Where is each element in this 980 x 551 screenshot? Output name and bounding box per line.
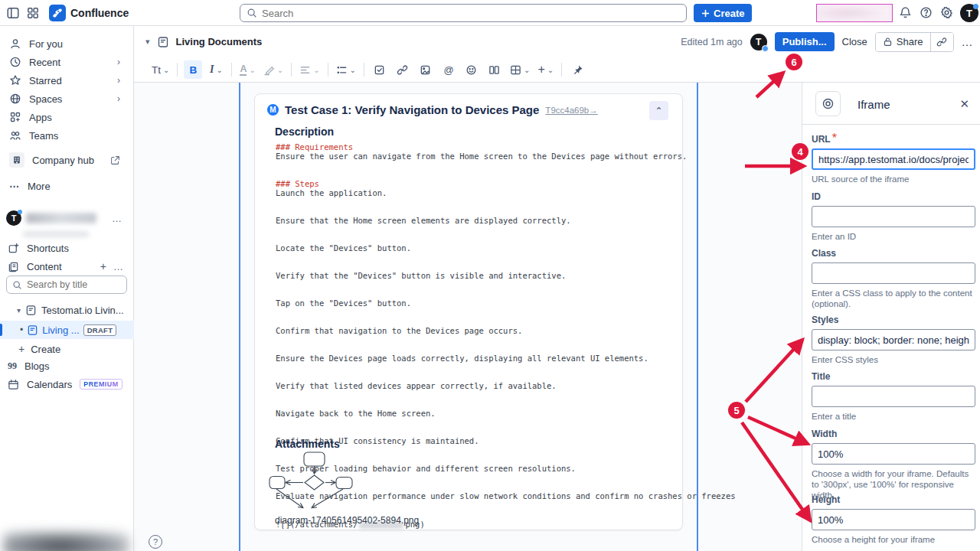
page-width-guide-right[interactable] bbox=[697, 83, 698, 551]
content-pages-icon bbox=[8, 261, 19, 272]
field-title: Title Enter a title bbox=[812, 369, 975, 422]
notifications-icon[interactable] bbox=[899, 6, 913, 20]
url-input[interactable] bbox=[812, 148, 975, 170]
mention-button[interactable]: @ bbox=[439, 60, 458, 79]
collapse-card-button[interactable]: ⌃ bbox=[649, 101, 668, 120]
text-style-button[interactable]: Tt ⌄ bbox=[150, 60, 171, 79]
tree-item-selected[interactable]: • Living ... DRAFT bbox=[0, 321, 134, 339]
styles-input[interactable] bbox=[812, 329, 975, 350]
layout-button[interactable] bbox=[485, 60, 504, 79]
doc-line: Ensure the user can navigate from the Ho… bbox=[276, 152, 674, 161]
sidebar-item-for-you[interactable]: For you bbox=[0, 34, 134, 53]
settings-gear-icon[interactable] bbox=[940, 6, 954, 20]
field-helper: Enter an ID bbox=[812, 231, 975, 242]
page-icon bbox=[25, 305, 37, 316]
text-color-button[interactable]: A ⌄ bbox=[238, 60, 256, 79]
breadcrumb[interactable]: Living Documents bbox=[176, 36, 263, 47]
checkbox-icon bbox=[374, 64, 385, 76]
emoji-button[interactable] bbox=[462, 60, 481, 79]
insert-more-button[interactable]: + ⌄ bbox=[536, 60, 555, 79]
share-button[interactable]: Share bbox=[876, 33, 930, 51]
page-icon bbox=[157, 36, 169, 48]
apps-grid-icon bbox=[9, 111, 21, 123]
field-class: Class Enter a CSS class to apply to the … bbox=[812, 246, 975, 309]
italic-button[interactable]: I ⌄ bbox=[207, 60, 225, 79]
tree-item-parent[interactable]: ▾ Testomat.io Livin... bbox=[0, 301, 134, 319]
chevron-right-icon[interactable]: › bbox=[117, 93, 120, 104]
title-search[interactable] bbox=[6, 276, 127, 294]
chevron-down-icon[interactable]: ▾ bbox=[145, 37, 150, 47]
help-icon[interactable] bbox=[920, 6, 933, 20]
class-input[interactable] bbox=[812, 262, 975, 284]
tree-create-button[interactable]: + Create bbox=[0, 341, 134, 357]
macro-icon: M bbox=[267, 104, 279, 116]
title-search-input[interactable] bbox=[27, 279, 111, 290]
sidebar-item-starred[interactable]: Starred › bbox=[0, 71, 134, 90]
chevron-right-icon[interactable]: › bbox=[117, 75, 120, 86]
search-icon bbox=[247, 8, 257, 18]
alignment-button[interactable]: ⌄ bbox=[298, 60, 321, 79]
sidebar-item-apps[interactable]: Apps bbox=[0, 108, 134, 126]
global-search-input[interactable] bbox=[262, 8, 680, 19]
bold-button[interactable]: B bbox=[184, 60, 202, 79]
sidebar-item-content[interactable]: Content + … bbox=[0, 257, 134, 276]
sidebar-item-spaces[interactable]: Spaces › bbox=[0, 90, 134, 108]
pin-toolbar-button[interactable] bbox=[568, 60, 586, 79]
premium-badge: PREMIUM bbox=[80, 379, 122, 390]
space-more-icon[interactable]: … bbox=[112, 213, 123, 224]
sidebar-item-label: More bbox=[28, 181, 51, 192]
sidebar-item-shortcuts[interactable]: Shortcuts bbox=[0, 239, 134, 257]
close-button[interactable]: Close bbox=[842, 36, 867, 47]
title-input[interactable] bbox=[812, 386, 975, 407]
list-button[interactable]: ⌄ bbox=[335, 60, 358, 79]
bold-label: B bbox=[190, 64, 198, 76]
doc-line: Confirm that navigation to the Devices p… bbox=[276, 326, 674, 335]
create-button[interactable]: Create bbox=[694, 4, 752, 22]
doc-line: Launch the application. bbox=[276, 188, 674, 197]
sidebar-item-blogs[interactable]: 99 Blogs bbox=[0, 357, 134, 375]
chevron-right-icon[interactable]: › bbox=[117, 57, 120, 67]
attachment-diagram-image[interactable] bbox=[267, 451, 368, 514]
insert-link-button[interactable] bbox=[394, 60, 412, 79]
table-button[interactable]: ⌄ bbox=[508, 60, 531, 79]
height-input[interactable] bbox=[812, 509, 975, 530]
close-panel-icon[interactable]: ✕ bbox=[959, 97, 969, 111]
help-fab-icon[interactable]: ? bbox=[149, 535, 162, 549]
task-button[interactable] bbox=[371, 60, 389, 79]
sidebar-item-more[interactable]: ⋯ More bbox=[0, 177, 134, 195]
field-label: Class bbox=[812, 248, 836, 259]
publish-button[interactable]: Publish... bbox=[775, 32, 835, 51]
user-avatar[interactable]: T bbox=[960, 4, 978, 22]
field-label: ID bbox=[812, 191, 821, 202]
sidebar-item-recent[interactable]: Recent › bbox=[0, 53, 134, 71]
chevron-down-icon: ⌄ bbox=[547, 66, 554, 74]
confluence-logo-icon[interactable] bbox=[49, 5, 66, 21]
sidebar-item-calendars[interactable]: Calendars PREMIUM bbox=[0, 375, 134, 393]
page-width-guide-left[interactable] bbox=[239, 83, 240, 551]
space-profile-row[interactable]: T … bbox=[0, 209, 134, 227]
chevron-down-icon: ⌄ bbox=[163, 66, 169, 74]
sidebar-item-label: Blogs bbox=[24, 360, 50, 372]
content-add-icon[interactable]: + bbox=[100, 260, 106, 272]
chevron-down-icon[interactable]: ▾ bbox=[17, 306, 21, 315]
columns-icon bbox=[488, 64, 500, 76]
editor-avatar[interactable]: T bbox=[750, 34, 767, 51]
chevron-down-icon: ⌄ bbox=[216, 66, 222, 74]
width-input[interactable] bbox=[812, 443, 975, 465]
highlight-button[interactable]: ⌄ bbox=[262, 60, 285, 79]
test-case-code-link[interactable]: T9cc4a69b→ bbox=[545, 106, 597, 115]
sidebar-item-teams[interactable]: Teams bbox=[0, 126, 134, 145]
content-more-icon[interactable]: … bbox=[113, 261, 125, 272]
page-more-icon[interactable]: … bbox=[962, 35, 975, 48]
copy-link-button[interactable] bbox=[930, 33, 953, 51]
collapse-sidebar-icon[interactable] bbox=[6, 6, 20, 20]
attachment-filename[interactable]: diagram-1740561495402-5894.png bbox=[275, 515, 419, 526]
global-search[interactable] bbox=[240, 4, 687, 22]
id-input[interactable] bbox=[812, 206, 975, 227]
field-helper: Enter a CSS class to apply to the conten… bbox=[812, 288, 975, 309]
sidebar-item-company-hub[interactable]: Company hub bbox=[0, 151, 134, 169]
chevron-down-icon: ⌄ bbox=[350, 66, 356, 74]
app-switcher-icon[interactable] bbox=[26, 6, 40, 20]
company-hub-icon bbox=[9, 152, 24, 168]
insert-image-button[interactable] bbox=[416, 60, 435, 79]
